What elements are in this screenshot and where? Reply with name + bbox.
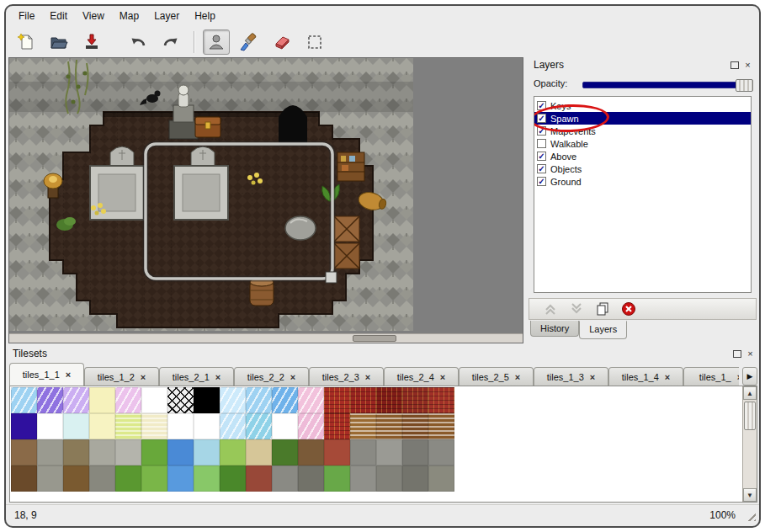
dock-tab-history[interactable]: History <box>530 321 579 337</box>
brush-tool-button[interactable] <box>236 29 263 55</box>
palette-tile[interactable] <box>298 439 324 466</box>
layer-visibility-checkbox[interactable]: ✓ <box>537 164 546 173</box>
palette-tile[interactable] <box>220 413 246 439</box>
tab-close-icon[interactable]: × <box>290 372 295 382</box>
tab-close-icon[interactable]: × <box>66 370 71 380</box>
layer-visibility-checkbox[interactable] <box>537 139 546 148</box>
new-file-button[interactable] <box>13 29 40 55</box>
palette-tile[interactable] <box>402 413 428 439</box>
save-button[interactable] <box>78 29 105 55</box>
dock-tab-layers[interactable]: Layers <box>579 321 627 339</box>
palette-tile[interactable] <box>194 466 220 492</box>
layer-row-above[interactable]: ✓Above <box>534 150 751 162</box>
layer-row-ground[interactable]: ✓Ground <box>534 175 751 188</box>
float-panel-icon[interactable] <box>731 348 742 359</box>
tab-close-icon[interactable]: × <box>215 372 220 382</box>
palette-tile[interactable] <box>141 413 167 439</box>
lower-layer-button[interactable] <box>569 301 584 317</box>
palette-tile[interactable] <box>428 466 454 492</box>
palette-tile[interactable] <box>63 387 89 413</box>
palette-tile[interactable] <box>220 387 246 413</box>
tab-close-icon[interactable]: × <box>515 372 520 382</box>
tileset-tab-tiles_2_2[interactable]: tiles_2_2× <box>234 367 309 386</box>
palette-tile[interactable] <box>298 466 324 492</box>
layer-row-spawn[interactable]: ✓Spawn <box>534 112 751 125</box>
palette-tile[interactable] <box>350 466 376 492</box>
palette-tile[interactable] <box>115 413 141 439</box>
hscrollbar-thumb[interactable] <box>353 335 396 342</box>
palette-tile[interactable] <box>167 439 194 466</box>
layer-visibility-checkbox[interactable]: ✓ <box>537 114 546 123</box>
palette-tile[interactable] <box>376 466 402 492</box>
opacity-slider[interactable] <box>582 82 753 88</box>
palette-tile[interactable] <box>167 466 194 492</box>
palette-tile[interactable] <box>402 439 428 466</box>
undo-button[interactable] <box>125 29 151 55</box>
palette-tile[interactable] <box>89 439 115 466</box>
rect-select-tool-button[interactable] <box>301 29 328 55</box>
palette-tile[interactable] <box>272 387 298 413</box>
palette-tile[interactable] <box>246 439 272 466</box>
resize-grip[interactable] <box>745 510 756 521</box>
tileset-tab-tiles_2_4[interactable]: tiles_2_4× <box>384 367 459 386</box>
palette-tile[interactable] <box>89 413 115 439</box>
palette-tile[interactable] <box>141 439 167 466</box>
open-button[interactable] <box>45 29 72 55</box>
vscrollbar-thumb[interactable] <box>744 402 756 430</box>
eraser-tool-button[interactable] <box>268 29 295 55</box>
palette-tile[interactable] <box>37 466 63 492</box>
palette-tile[interactable] <box>246 413 272 439</box>
palette-tile[interactable] <box>298 413 324 439</box>
palette-tile[interactable] <box>402 387 428 413</box>
scroll-up-icon[interactable]: ▲ <box>743 386 757 400</box>
menu-layer[interactable]: Layer <box>146 8 187 24</box>
raise-layer-button[interactable] <box>543 301 558 317</box>
layer-visibility-checkbox[interactable]: ✓ <box>537 126 546 136</box>
tileset-tab-tiles_1_4[interactable]: tiles_1_4× <box>608 367 683 386</box>
palette-tile[interactable] <box>89 466 115 492</box>
tab-close-icon[interactable]: × <box>141 372 146 382</box>
tileset-tab-tiles_1_3[interactable]: tiles_1_3× <box>534 367 608 386</box>
palette-tile[interactable] <box>11 439 37 466</box>
layer-visibility-checkbox[interactable]: ✓ <box>537 152 546 161</box>
tab-close-icon[interactable]: × <box>665 372 670 382</box>
palette-tile[interactable] <box>37 413 63 439</box>
palette-tile[interactable] <box>350 413 376 439</box>
tab-close-icon[interactable]: × <box>590 372 595 382</box>
palette-tile[interactable] <box>115 466 141 492</box>
selection-resize-handle[interactable] <box>326 272 337 283</box>
palette-tile[interactable] <box>167 413 194 439</box>
tileset-tab-tiles_1_1[interactable]: tiles_1_1× <box>9 363 84 386</box>
menu-edit[interactable]: Edit <box>42 8 75 24</box>
palette-tile[interactable] <box>115 439 141 466</box>
layer-row-objects[interactable]: ✓Objects <box>534 162 751 175</box>
palette-tile[interactable] <box>115 387 141 413</box>
duplicate-layer-button[interactable] <box>595 301 610 317</box>
layer-row-walkable[interactable]: Walkable <box>534 137 751 150</box>
palette-tile[interactable] <box>298 387 324 413</box>
palette-tile[interactable] <box>350 439 376 466</box>
palette-tile[interactable] <box>89 387 115 413</box>
palette-tile[interactable] <box>11 413 37 439</box>
layer-visibility-checkbox[interactable]: ✓ <box>537 177 546 186</box>
palette-tile[interactable] <box>194 413 220 439</box>
palette-tile[interactable] <box>37 387 63 413</box>
palette-vscrollbar[interactable]: ▲ ▼ <box>742 386 757 502</box>
palette-tile[interactable] <box>220 466 246 492</box>
close-panel-icon[interactable]: × <box>742 60 753 71</box>
tileset-tab-tiles_2_3[interactable]: tiles_2_3× <box>309 367 384 386</box>
palette-tile[interactable] <box>246 466 272 492</box>
layer-row-keys[interactable]: ✓Keys <box>534 99 751 112</box>
layer-row-mapevents[interactable]: ✓Mapevents <box>534 125 751 137</box>
scroll-down-icon[interactable]: ▼ <box>743 488 757 502</box>
tab-close-icon[interactable]: × <box>737 372 739 382</box>
tileset-tab-tiles_2_1[interactable]: tiles_2_1× <box>159 367 234 386</box>
palette-tile[interactable] <box>376 413 402 439</box>
tab-scroll-right-button[interactable]: ▶ <box>742 367 757 386</box>
palette-tile[interactable] <box>350 387 376 413</box>
palette-tile[interactable] <box>220 439 246 466</box>
float-panel-icon[interactable] <box>729 60 740 71</box>
delete-layer-button[interactable] <box>621 301 636 317</box>
palette-tile[interactable] <box>167 387 194 413</box>
palette-tile[interactable] <box>37 439 63 466</box>
